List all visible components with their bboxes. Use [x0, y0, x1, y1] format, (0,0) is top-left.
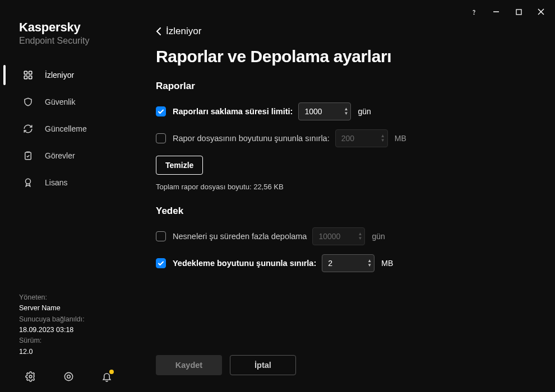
version-value: 12.0 — [19, 347, 127, 357]
sidebar-item-security[interactable]: Güvenlik — [0, 88, 146, 115]
step-up: ▲ — [381, 134, 385, 138]
step-down: ▼ — [358, 236, 362, 241]
save-button[interactable]: Kaydet — [156, 355, 222, 375]
reports-retain-spinner[interactable]: 1000 ▲▼ — [298, 102, 351, 120]
notifications-button[interactable] — [101, 371, 112, 382]
connected-label: Sunucuya bağlanıldı: — [19, 314, 127, 325]
brand-subtitle: Endpoint Security — [19, 36, 127, 46]
back-button[interactable]: İzleniyor — [156, 26, 555, 37]
sidebar-item-label: Güncelleme — [45, 124, 87, 133]
reports-retain-checkbox[interactable] — [156, 106, 166, 116]
sidebar-item-label: Güvenlik — [45, 97, 75, 106]
svg-rect-7 — [24, 76, 27, 79]
reports-size-unit: MB — [395, 134, 406, 143]
step-down: ▼ — [381, 138, 385, 143]
reports-retain-label: Raporları saklama süresi limiti: — [173, 107, 293, 116]
server-name: Server Name — [19, 303, 127, 314]
managed-by-label: Yöneten: — [19, 292, 127, 303]
step-down[interactable]: ▼ — [367, 263, 372, 268]
reports-retain-value: 1000 — [304, 107, 344, 116]
clipboard-icon — [22, 150, 34, 161]
svg-point-13 — [67, 375, 70, 378]
shield-icon — [22, 96, 34, 108]
backup-retain-checkbox[interactable] — [156, 231, 166, 241]
svg-rect-5 — [24, 71, 27, 74]
sidebar-item-label: İzleniyor — [45, 71, 74, 80]
dashboard-icon — [22, 69, 34, 81]
page-title: Raporlar ve Depolama ayarları — [156, 47, 555, 66]
backup-size-value: 2 — [328, 259, 367, 268]
backup-size-unit: MB — [381, 259, 393, 268]
reports-size-value: 200 — [341, 134, 381, 143]
step-up: ▲ — [358, 232, 362, 236]
status-block: Yöneten: Server Name Sunucuya bağlanıldı… — [0, 287, 146, 357]
connected-value: 18.09.2023 03:18 — [19, 325, 127, 335]
svg-point-11 — [29, 375, 32, 378]
notification-dot — [109, 370, 114, 374]
backup-size-spinner[interactable]: 2 ▲▼ — [322, 254, 374, 272]
reports-size-label: Rapor dosyasının boyutunu şununla sınırl… — [173, 134, 330, 143]
chevron-left-icon — [156, 27, 161, 35]
settings-button[interactable] — [25, 371, 36, 382]
sidebar-item-license[interactable]: Lisans — [0, 169, 146, 196]
clear-reports-button[interactable]: Temizle — [156, 156, 203, 175]
backup-retain-spinner: 10000 ▲▼ — [312, 227, 365, 245]
reports-size-spinner: 200 ▲▼ — [335, 129, 388, 147]
reports-retain-unit: gün — [358, 107, 371, 116]
svg-point-10 — [26, 179, 31, 184]
support-button[interactable] — [63, 371, 74, 382]
brand-name: Kaspersky — [19, 20, 127, 35]
backup-retain-unit: gün — [372, 232, 385, 241]
cancel-button[interactable]: İptal — [230, 355, 296, 375]
sidebar-item-tasks[interactable]: Görevler — [0, 142, 146, 169]
sync-icon — [22, 123, 34, 134]
backup-size-label: Yedekleme boyutunu şununla sınırla: — [173, 259, 316, 268]
svg-point-12 — [64, 372, 72, 380]
svg-rect-8 — [29, 76, 32, 79]
section-title-backup: Yedek — [156, 206, 555, 217]
sidebar-item-label: Görevler — [45, 151, 75, 160]
version-label: Sürüm: — [19, 335, 127, 346]
reports-size-checkbox[interactable] — [156, 133, 166, 143]
backup-size-checkbox[interactable] — [156, 258, 166, 268]
svg-rect-6 — [29, 71, 32, 74]
reports-total-note: Toplam rapor dosyası boyutu: 22,56 KB — [156, 183, 555, 191]
backup-retain-value: 10000 — [318, 232, 358, 241]
badge-icon — [22, 177, 34, 188]
backup-retain-label: Nesneleri şu süreden fazla depolama — [173, 232, 307, 241]
sidebar-item-monitoring[interactable]: İzleniyor — [0, 62, 146, 88]
sidebar-item-update[interactable]: Güncelleme — [0, 115, 146, 142]
step-down[interactable]: ▼ — [344, 111, 348, 116]
svg-rect-9 — [25, 152, 31, 160]
section-title-reports: Raporlar — [156, 81, 555, 92]
back-label: İzleniyor — [166, 26, 201, 37]
sidebar-item-label: Lisans — [45, 178, 67, 187]
